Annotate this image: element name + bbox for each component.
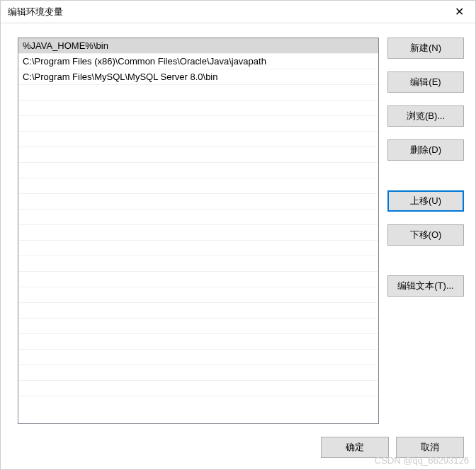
ok-button[interactable]: 确定 [321, 437, 389, 458]
list-item[interactable] [18, 101, 378, 116]
list-item[interactable] [18, 210, 378, 225]
move-up-button[interactable]: 上移(U) [387, 190, 464, 212]
titlebar: 编辑环境变量 ✕ [1, 1, 475, 23]
footer: 确定 取消 [1, 431, 475, 469]
list-item[interactable]: %JAVA_HOME%\bin [18, 38, 378, 54]
list-item[interactable] [18, 350, 378, 365]
close-button[interactable]: ✕ [443, 1, 475, 23]
path-listbox[interactable]: %JAVA_HOME%\binC:\Program Files (x86)\Co… [18, 38, 379, 424]
list-item[interactable] [18, 241, 378, 256]
close-icon: ✕ [455, 5, 464, 18]
list-item[interactable] [18, 334, 378, 350]
window-title: 编辑环境变量 [8, 6, 63, 18]
list-item[interactable]: C:\Program Files (x86)\Common Files\Orac… [18, 54, 378, 69]
content-area: %JAVA_HOME%\binC:\Program Files (x86)\Co… [1, 23, 475, 431]
move-down-button[interactable]: 下移(O) [387, 224, 464, 246]
list-item[interactable] [18, 287, 378, 303]
list-item[interactable] [18, 85, 378, 101]
cancel-button[interactable]: 取消 [396, 437, 464, 458]
list-item[interactable] [18, 178, 378, 194]
list-item[interactable] [18, 303, 378, 319]
list-item[interactable] [18, 132, 378, 147]
side-button-panel: 新建(N) 编辑(E) 浏览(B)... 删除(D) 上移(U) 下移(O) 编… [387, 38, 464, 424]
browse-button[interactable]: 浏览(B)... [387, 105, 464, 127]
list-item[interactable] [18, 225, 378, 241]
list-item[interactable] [18, 272, 378, 287]
list-item[interactable] [18, 194, 378, 210]
list-item[interactable]: C:\Program Files\MySQL\MySQL Server 8.0\… [18, 69, 378, 85]
list-item[interactable] [18, 319, 378, 334]
list-item[interactable] [18, 256, 378, 272]
list-item[interactable] [18, 365, 378, 381]
edit-text-button[interactable]: 编辑文本(T)... [387, 275, 464, 297]
list-item[interactable] [18, 163, 378, 178]
list-item[interactable] [18, 147, 378, 163]
new-button[interactable]: 新建(N) [387, 38, 464, 59]
dialog-window: 编辑环境变量 ✕ %JAVA_HOME%\binC:\Program Files… [0, 0, 476, 470]
list-item[interactable] [18, 381, 378, 396]
list-item[interactable] [18, 116, 378, 132]
delete-button[interactable]: 删除(D) [387, 139, 464, 161]
edit-button[interactable]: 编辑(E) [387, 71, 464, 93]
